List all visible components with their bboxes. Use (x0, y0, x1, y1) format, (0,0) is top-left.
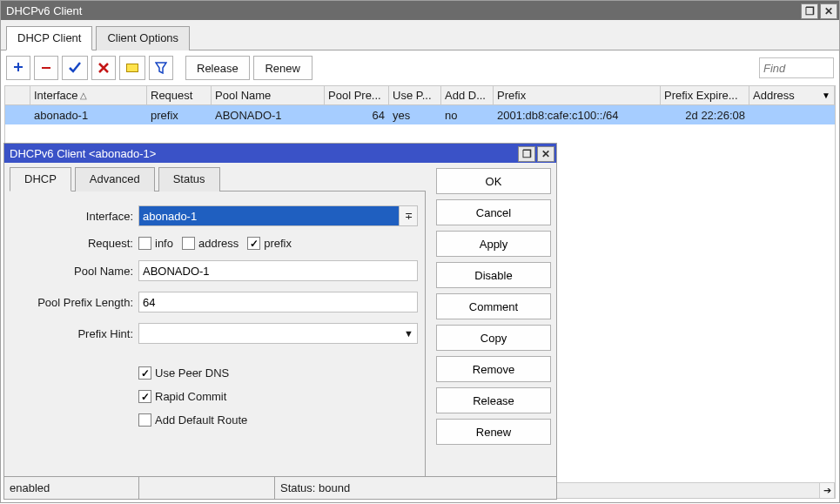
add-default-route-checkbox[interactable]: Add Default Route (138, 413, 247, 427)
tab-dhcp-client[interactable]: DHCP Client (6, 26, 92, 50)
status-enabled: enabled (4, 477, 139, 499)
svg-rect-0 (42, 67, 50, 69)
detail-statusbar: enabled Status: bound (4, 476, 556, 499)
detail-tab-body: Interface: ∓ Request: info (10, 191, 426, 476)
interface-dropdown-button[interactable]: ∓ (399, 205, 418, 226)
cell-request: prefix (147, 105, 212, 124)
request-label: Request: (17, 237, 138, 250)
detail-button-column: OK Cancel Apply Disable Comment Copy Rem… (436, 166, 551, 476)
interface-label: Interface: (17, 210, 138, 223)
tab-advanced[interactable]: Advanced (75, 167, 155, 192)
ok-button[interactable]: OK (436, 168, 551, 194)
table-row[interactable]: abonado-1 prefix ABONADO-1 64 yes no 200… (5, 105, 835, 124)
detail-window: DHCPv6 Client <abonado-1> ❐ ✕ DHCP Advan… (3, 143, 557, 500)
remove-button[interactable] (34, 56, 58, 80)
col-interface[interactable]: Interface △ (30, 86, 147, 104)
interface-combo[interactable]: ∓ (138, 205, 418, 226)
detail-restore-button[interactable]: ❐ (518, 146, 535, 162)
col-address-label: Address (753, 89, 795, 102)
col-use-peer[interactable]: Use P... (389, 86, 441, 104)
restore-button[interactable]: ❐ (801, 3, 818, 19)
check-icon (68, 61, 82, 75)
detail-body: DHCP Advanced Status Interface: ∓ (4, 163, 556, 476)
plus-icon (12, 62, 24, 74)
x-mark-icon (97, 62, 110, 74)
request-prefix-checkbox[interactable]: prefix (247, 237, 292, 250)
status-bound: Status: bound (275, 477, 556, 499)
comment-button[interactable]: Comment (436, 293, 551, 319)
tab-status[interactable]: Status (158, 167, 220, 192)
main-window-title: DHCPv6 Client (6, 4, 82, 17)
request-address-checkbox[interactable]: address (182, 237, 239, 250)
grid-header: Interface △ Request Pool Name Pool Pre..… (5, 86, 835, 105)
cell-pool-name: ABONADO-1 (212, 105, 325, 124)
prefix-hint-combo[interactable]: ▼ (138, 323, 418, 344)
pool-prefix-length-field[interactable] (138, 292, 418, 312)
apply-button[interactable]: Apply (436, 231, 551, 257)
cell-pool-prefix: 64 (325, 105, 389, 124)
col-pool-prefix[interactable]: Pool Pre... (325, 86, 389, 104)
find-input[interactable] (759, 57, 834, 78)
main-tabstrip: DHCP Client Client Options (1, 20, 839, 50)
caret-down-icon: ∓ (405, 211, 413, 222)
note-icon (125, 62, 139, 74)
enable-button[interactable] (62, 56, 88, 80)
col-pool-name[interactable]: Pool Name (212, 86, 325, 104)
detail-titlebar[interactable]: DHCPv6 Client <abonado-1> ❐ ✕ (4, 144, 556, 163)
col-add-default[interactable]: Add D... (441, 86, 494, 104)
rapid-commit-checkbox[interactable]: Rapid Commit (138, 390, 226, 403)
disable-button[interactable] (91, 56, 116, 80)
pool-prefix-length-label: Pool Prefix Length: (17, 296, 138, 309)
detail-tabstrip: DHCP Advanced Status (10, 166, 426, 191)
col-address[interactable]: Address ▼ (749, 86, 835, 104)
status-empty (139, 477, 275, 499)
cell-expires: 2d 22:26:08 (661, 105, 749, 124)
scroll-right-icon[interactable]: ➔ (819, 483, 835, 498)
detail-close-button[interactable]: ✕ (537, 146, 554, 162)
cancel-button[interactable]: Cancel (436, 199, 551, 225)
columns-dropdown-icon[interactable]: ▼ (822, 91, 830, 100)
tab-client-options[interactable]: Client Options (96, 26, 190, 50)
use-peer-dns-checkbox[interactable]: Use Peer DNS (138, 366, 229, 380)
pool-name-label: Pool Name: (17, 265, 138, 278)
disable-button[interactable]: Disable (436, 262, 551, 288)
detail-window-title: DHCPv6 Client <abonado-1> (10, 147, 156, 160)
release-button[interactable]: Release (436, 387, 551, 413)
request-info-checkbox[interactable]: info (138, 237, 173, 250)
pool-name-field[interactable] (138, 260, 418, 281)
col-request[interactable]: Request (147, 86, 212, 104)
copy-button[interactable]: Copy (436, 325, 551, 351)
prefix-hint-dropdown-icon[interactable]: ▼ (404, 328, 413, 339)
col-prefix-expires[interactable]: Prefix Expire... (661, 86, 749, 104)
cell-prefix: 2001:db8:cafe:c100::/64 (494, 105, 661, 124)
cell-address (749, 105, 835, 124)
tab-dhcp[interactable]: DHCP (10, 167, 71, 192)
remove-button[interactable]: Remove (436, 356, 551, 382)
cell-interface: abonado-1 (30, 105, 147, 124)
main-titlebar[interactable]: DHCPv6 Client ❐ ✕ (1, 1, 839, 20)
col-flag[interactable] (5, 86, 30, 104)
main-toolbar: Release Renew (4, 54, 836, 85)
renew-button[interactable]: Renew (436, 419, 551, 445)
minus-icon (40, 62, 52, 74)
renew-button[interactable]: Renew (253, 56, 312, 80)
cell-add-default: no (441, 105, 494, 124)
funnel-icon (155, 62, 167, 74)
interface-field[interactable] (138, 205, 399, 226)
filter-button[interactable] (149, 56, 173, 80)
col-prefix[interactable]: Prefix (494, 86, 661, 104)
col-interface-label: Interface (34, 89, 78, 102)
close-button[interactable]: ✕ (820, 3, 837, 19)
cell-use-peer: yes (389, 105, 441, 124)
comment-button[interactable] (119, 56, 145, 80)
release-button[interactable]: Release (185, 56, 250, 80)
svg-rect-1 (127, 64, 138, 72)
sort-asc-icon: △ (80, 91, 87, 100)
prefix-hint-label: Prefix Hint: (17, 327, 138, 340)
add-button[interactable] (6, 56, 30, 80)
